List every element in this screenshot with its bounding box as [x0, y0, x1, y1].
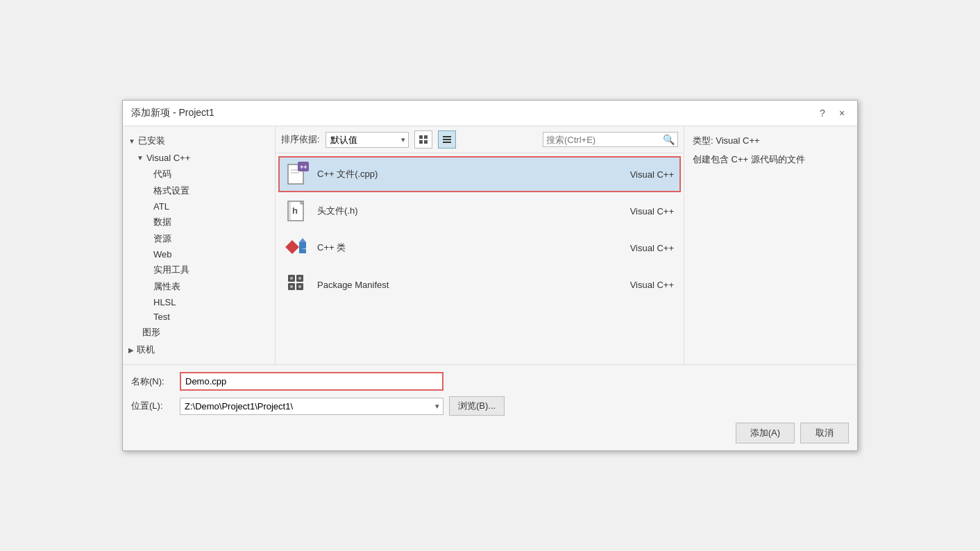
- svg-rect-5: [443, 139, 451, 140]
- cpp-class-name: C++ 类: [317, 241, 605, 254]
- cpp-class-icon: →: [285, 235, 310, 260]
- cpp-class-category: Visual C++: [605, 243, 674, 253]
- close-button[interactable]: ×: [835, 106, 849, 120]
- header-file-icon: h: [285, 198, 310, 223]
- cpp-file-icon: ++: [285, 162, 310, 187]
- sidebar-item-resource[interactable]: 资源: [123, 230, 275, 247]
- online-label: 联机: [137, 344, 155, 356]
- search-icon[interactable]: 🔍: [663, 134, 675, 145]
- location-label: 位置(L):: [131, 400, 180, 412]
- location-select-wrapper: [180, 398, 443, 415]
- svg-rect-2: [419, 140, 423, 144]
- sidebar-item-atl[interactable]: ATL: [123, 199, 275, 214]
- center-panel: 排序依据: 默认值名称类型最近修改: [276, 126, 684, 364]
- location-row: 位置(L): 浏览(B)...: [131, 396, 849, 416]
- sidebar-item-code[interactable]: 代码: [123, 166, 275, 183]
- sidebar-item-web[interactable]: Web: [123, 247, 275, 262]
- sidebar-item-format[interactable]: 格式设置: [123, 183, 275, 199]
- add-new-item-dialog: 添加新项 - Project1 ? × ▼ 已安装 ▼ Visual C++ 代…: [122, 100, 858, 451]
- name-row: 名称(N):: [131, 372, 849, 391]
- list-icon: [442, 135, 452, 144]
- dialog-title: 添加新项 - Project1: [131, 107, 214, 119]
- add-button[interactable]: 添加(A): [736, 423, 795, 443]
- svg-marker-19: [299, 238, 306, 242]
- title-controls: ? ×: [816, 106, 849, 120]
- sidebar-item-test[interactable]: Test: [123, 310, 275, 324]
- visual-cpp-section[interactable]: ▼ Visual C++: [123, 150, 275, 166]
- item-header-file[interactable]: h 头文件(.h) Visual C++: [278, 193, 681, 229]
- svg-rect-16: [288, 201, 291, 221]
- grid-icon: [419, 135, 428, 144]
- right-panel: 类型: Visual C++ 创建包含 C++ 源代码的文件: [684, 126, 857, 364]
- sort-select-wrapper: 默认值名称类型最近修改: [326, 132, 409, 148]
- sidebar-item-hlsl[interactable]: HLSL: [123, 295, 275, 310]
- type-description: 创建包含 C++ 源代码的文件: [693, 153, 849, 167]
- installed-arrow: ▼: [128, 137, 135, 145]
- item-cpp-file[interactable]: ++ C++ 文件(.cpp) Visual C++: [278, 156, 681, 192]
- sort-select[interactable]: 默认值名称类型最近修改: [326, 132, 409, 148]
- package-manifest-category: Visual C++: [605, 280, 674, 290]
- visual-cpp-arrow: ▼: [137, 154, 144, 162]
- svg-rect-6: [443, 142, 451, 143]
- items-list: ++ C++ 文件(.cpp) Visual C++ h: [276, 153, 684, 364]
- svg-text:→: →: [301, 244, 307, 252]
- location-input[interactable]: [180, 398, 443, 415]
- header-file-name: 头文件(.h): [317, 205, 605, 217]
- svg-point-26: [298, 277, 301, 280]
- cpp-file-category: Visual C++: [605, 169, 674, 180]
- item-package-manifest[interactable]: Package Manifest Visual C++: [278, 266, 681, 303]
- cpp-file-name: C++ 文件(.cpp): [317, 168, 605, 180]
- type-label: 类型: Visual C++: [693, 135, 849, 147]
- browse-button[interactable]: 浏览(B)...: [449, 396, 505, 416]
- online-arrow: ▶: [128, 346, 134, 354]
- search-box: 🔍: [543, 132, 678, 147]
- installed-label: 已安装: [138, 135, 165, 147]
- svg-text:++: ++: [300, 164, 307, 171]
- help-button[interactable]: ?: [816, 106, 829, 120]
- svg-point-27: [290, 285, 293, 288]
- name-label: 名称(N):: [131, 375, 180, 388]
- cancel-button[interactable]: 取消: [800, 423, 849, 443]
- header-file-category: Visual C++: [605, 206, 674, 217]
- grid-view-button[interactable]: [414, 130, 432, 149]
- search-input[interactable]: [546, 135, 663, 145]
- svg-rect-4: [443, 136, 451, 137]
- sidebar-item-property[interactable]: 属性表: [123, 278, 275, 295]
- svg-rect-1: [424, 135, 428, 139]
- sidebar-item-data[interactable]: 数据: [123, 214, 275, 230]
- svg-rect-3: [424, 140, 428, 144]
- package-manifest-name: Package Manifest: [317, 280, 605, 290]
- installed-section[interactable]: ▼ 已安装: [123, 132, 275, 150]
- sidebar-item-graphics[interactable]: 图形: [123, 324, 275, 341]
- sort-label: 排序依据:: [281, 133, 320, 146]
- item-cpp-class[interactable]: → C++ 类 Visual C++: [278, 230, 681, 266]
- svg-rect-0: [419, 135, 423, 139]
- toolbar: 排序依据: 默认值名称类型最近修改: [276, 126, 684, 153]
- visual-cpp-label: Visual C++: [146, 153, 190, 163]
- action-row: 添加(A) 取消: [131, 423, 849, 443]
- svg-point-25: [290, 277, 293, 280]
- svg-rect-17: [285, 240, 299, 254]
- dialog-body: ▼ 已安装 ▼ Visual C++ 代码 格式设置 ATL 数据 资源 Web…: [123, 126, 857, 364]
- left-panel: ▼ 已安装 ▼ Visual C++ 代码 格式设置 ATL 数据 资源 Web…: [123, 126, 276, 364]
- online-section[interactable]: ▶ 联机: [123, 341, 275, 359]
- title-bar: 添加新项 - Project1 ? ×: [123, 101, 857, 126]
- list-view-button[interactable]: [438, 130, 456, 149]
- svg-point-28: [298, 285, 301, 288]
- package-manifest-icon: [285, 272, 310, 297]
- bottom-area: 名称(N): 位置(L): 浏览(B)... 添加(A) 取消: [123, 364, 857, 450]
- svg-text:h: h: [292, 205, 298, 216]
- sidebar-item-utils[interactable]: 实用工具: [123, 262, 275, 278]
- name-input[interactable]: [180, 372, 443, 391]
